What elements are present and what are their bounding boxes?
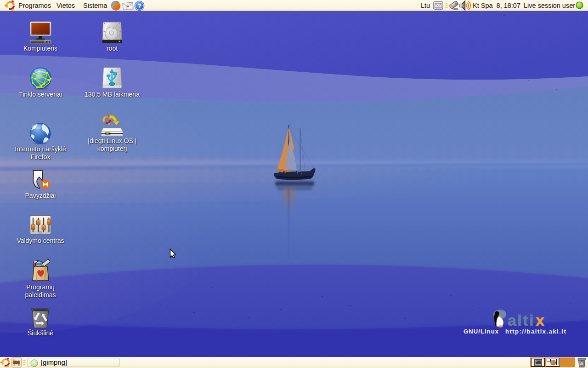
svg-text:alti: alti <box>508 311 535 329</box>
svg-text:http://baltix.akl.lt: http://baltix.akl.lt <box>505 328 566 335</box>
svg-text:?: ? <box>137 2 141 10</box>
svg-text:GNU/Linux: GNU/Linux <box>464 328 499 335</box>
svg-text:x: x <box>536 311 544 329</box>
